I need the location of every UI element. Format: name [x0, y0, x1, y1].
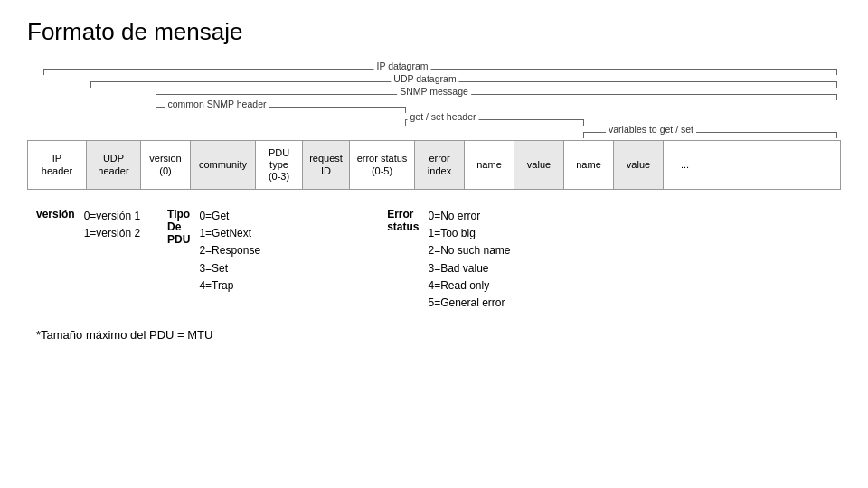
- page-title: Formato de mensaje: [27, 18, 841, 46]
- field-cell: UDPheader: [87, 141, 141, 189]
- pdu-label: Tipo De PDU: [167, 208, 190, 246]
- error-value: 1=Too big: [428, 225, 510, 242]
- info-section: versión 0=versión 11=versión 2 Tipo De P…: [27, 208, 841, 312]
- pdu-value: 1=GetNext: [199, 225, 260, 242]
- pdu-value: 0=Get: [199, 208, 260, 225]
- field-cell: IPheader: [28, 141, 87, 189]
- field-cell: name: [465, 141, 514, 189]
- field-cell: errorindex: [415, 141, 465, 189]
- page-container: Formato de mensaje IP datagramUDP datagr…: [0, 0, 868, 360]
- bracket-row: get / set header: [27, 113, 841, 126]
- field-cell: name: [564, 141, 614, 189]
- error-values: 0=No error1=Too big2=No such name3=Bad v…: [428, 208, 510, 312]
- pdu-value: 4=Trap: [199, 277, 260, 295]
- pdu-value: 2=Response: [199, 242, 260, 259]
- error-value: 0=No error: [428, 208, 510, 225]
- bracket-row: SNMP message: [27, 88, 841, 100]
- field-cell: community: [191, 141, 256, 189]
- pdu-values: 0=Get1=GetNext2=Response3=Set4=Trap: [199, 208, 260, 295]
- diagram: IP datagramUDP datagramSNMP messagecommo…: [27, 62, 841, 190]
- field-cell: ...: [664, 141, 706, 189]
- field-cell: value: [614, 141, 664, 189]
- field-cell: PDUtype(0-3): [256, 141, 303, 189]
- error-label: Error status: [387, 208, 419, 233]
- brackets-container: IP datagramUDP datagramSNMP messagecommo…: [27, 62, 841, 138]
- version-value: 1=versión 2: [84, 225, 140, 242]
- fields-table: IPheaderUDPheaderversion(0)communityPDUt…: [27, 140, 841, 190]
- version-values: 0=versión 11=versión 2: [84, 208, 140, 242]
- footnote: *Tamaño máximo del PDU = MTU: [27, 328, 841, 342]
- error-value: 2=No such name: [428, 242, 510, 259]
- field-cell: value: [514, 141, 564, 189]
- field-cell: version(0): [141, 141, 191, 189]
- field-cell: error status(0-5): [350, 141, 415, 189]
- pdu-value: 3=Set: [199, 260, 260, 277]
- bracket-row: variables to get / set: [27, 126, 841, 138]
- field-cell: requestID: [303, 141, 350, 189]
- error-value: 3=Bad value: [428, 260, 510, 277]
- error-value: 5=General error: [428, 295, 510, 312]
- error-value: 4=Read only: [428, 277, 510, 295]
- version-value: 0=versión 1: [84, 208, 140, 225]
- version-label: versión: [36, 208, 75, 221]
